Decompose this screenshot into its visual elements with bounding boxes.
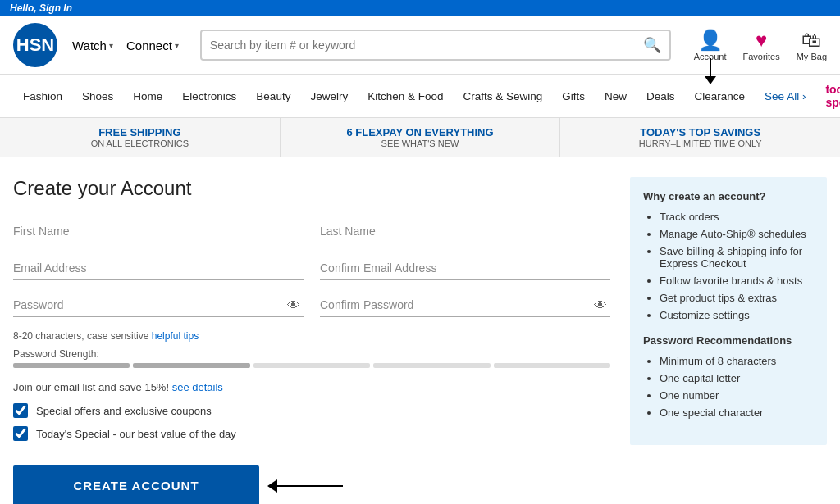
nav-deals[interactable]: Deals (637, 82, 685, 111)
sidebar-pwd-list: Minimum of 8 characters One capital lett… (643, 355, 814, 419)
sidebar: Why create an account? Track orders Mana… (630, 177, 827, 445)
search-bar: 🔍 (200, 30, 671, 61)
checkbox-row-1: Special offers and exclusive coupons (13, 403, 610, 418)
email-field (13, 257, 304, 280)
sidebar-why-item-1: Track orders (660, 211, 814, 223)
form-title: Create your Account (13, 177, 610, 200)
sidebar-pwd-item-3: One number (660, 389, 814, 402)
favorites-icon: ♥ (756, 29, 767, 52)
arrow-shaft (277, 485, 343, 487)
connect-chevron: ▾ (175, 41, 179, 50)
strength-bar-1 (13, 363, 130, 368)
connect-nav[interactable]: Connect ▾ (121, 35, 184, 56)
see-details-link[interactable]: see details (172, 381, 223, 393)
nav-jewelry[interactable]: Jewelry (300, 82, 358, 111)
promo-shipping-sub: ON ALL ELECTRONICS (8, 138, 272, 148)
last-name-input[interactable] (320, 220, 610, 243)
search-icon[interactable]: 🔍 (643, 36, 661, 54)
confirm-password-field: 👁 (320, 293, 610, 317)
search-input[interactable] (210, 39, 643, 52)
promo-savings: TODAY'S TOP SAVINGS HURRY–LIMITED TIME O… (560, 118, 840, 157)
password-row: 👁 👁 (13, 293, 610, 317)
favorites-label: Favorites (742, 52, 779, 61)
hello-signin[interactable]: Hello, Sign In (10, 2, 72, 14)
strength-bar-2 (133, 363, 249, 368)
checkbox-row-2: Today's Special - our best value of the … (13, 426, 610, 441)
promo-flexpay-title: 6 FLEXPAY ON EVERYTHING (289, 126, 552, 138)
confirm-email-field (320, 257, 610, 280)
nav-clearance[interactable]: Clearance (685, 82, 756, 111)
password-hint-text: 8-20 characters, case sensitive (13, 330, 148, 342)
strength-bar-3 (253, 363, 370, 368)
nav-new[interactable]: New (595, 82, 637, 111)
arrow-head (267, 479, 277, 493)
strength-bar-5 (494, 363, 610, 368)
arrow-right-annotation (267, 479, 343, 493)
bag-icon: 🛍 (801, 29, 821, 52)
sidebar-pwd-item-1: Minimum of 8 characters (660, 355, 814, 367)
special-offers-label: Special offers and exclusive coupons (36, 405, 212, 417)
password-strength-label: Password Strength: (13, 348, 610, 360)
create-account-button[interactable]: CREATE ACCOUNT (13, 465, 259, 504)
nav-kitchen[interactable]: Kitchen & Food (358, 82, 453, 111)
confirm-email-input[interactable] (320, 257, 610, 280)
logo[interactable]: HSN (13, 23, 57, 67)
today-special[interactable]: today's special (815, 75, 840, 117)
nav-home[interactable]: Home (123, 82, 172, 111)
sidebar-why-item-2: Manage Auto-Ship® schedules (660, 228, 814, 240)
name-row (13, 220, 610, 243)
nav-beauty[interactable]: Beauty (246, 82, 300, 111)
form-section: Create your Account 👁 (13, 177, 610, 504)
promo-shipping: FREE SHIPPING ON ALL ELECTRONICS (0, 118, 281, 157)
connect-label: Connect (126, 39, 172, 52)
header-icons: 👤 Account ♥ Favorites 🛍 My Bag (694, 29, 827, 61)
password-input[interactable] (13, 293, 304, 317)
sidebar-why-item-5: Get product tips & extras (660, 292, 814, 304)
nav-gifts[interactable]: Gifts (552, 82, 595, 111)
first-name-field (13, 220, 304, 243)
account-arrow (705, 58, 716, 84)
sidebar-why-item-6: Customize settings (660, 309, 814, 321)
confirm-password-input[interactable] (320, 293, 610, 317)
promo-savings-sub: HURRY–LIMITED TIME ONLY (568, 138, 832, 148)
email-input[interactable] (13, 257, 304, 280)
password-eye-icon[interactable]: 👁 (287, 298, 300, 313)
promo-bar: FREE SHIPPING ON ALL ELECTRONICS 6 FLEXP… (0, 118, 840, 157)
account-icon: 👤 (698, 29, 723, 52)
strength-bars (13, 363, 610, 368)
sidebar-why-title: Why create an account? (643, 190, 814, 202)
top-bar: Hello, Sign In (0, 0, 840, 16)
bag-label: My Bag (797, 52, 827, 61)
header: HSN Watch ▾ Connect ▾ 🔍 👤 Account ♥ Favo… (0, 16, 840, 75)
confirm-password-eye-icon[interactable]: 👁 (594, 298, 607, 313)
sidebar-pwd-item-2: One capital letter (660, 372, 814, 384)
watch-nav[interactable]: Watch ▾ (67, 35, 118, 56)
promo-shipping-title: FREE SHIPPING (8, 126, 272, 138)
account-icon-item[interactable]: 👤 Account (694, 29, 727, 61)
create-btn-container: CREATE ACCOUNT (13, 465, 259, 504)
header-nav: Watch ▾ Connect ▾ (67, 35, 184, 56)
sidebar-why-item-4: Follow favorite brands & hosts (660, 275, 814, 287)
sidebar-pwd-title: Password Recommendations (643, 334, 814, 347)
main-content: Create your Account 👁 (0, 157, 840, 504)
nav-see-all[interactable]: See All › (755, 82, 815, 111)
sidebar-why-item-3: Save billing & shipping info for Express… (660, 245, 814, 270)
promo-flexpay-sub: SEE WHAT'S NEW (289, 138, 552, 148)
nav-shoes[interactable]: Shoes (72, 82, 123, 111)
sidebar-why-list: Track orders Manage Auto-Ship® schedules… (643, 211, 814, 321)
strength-bar-4 (373, 363, 490, 368)
favorites-icon-item[interactable]: ♥ Favorites (742, 29, 779, 61)
first-name-input[interactable] (13, 220, 304, 243)
special-offers-checkbox[interactable] (13, 403, 28, 418)
email-offer: Join our email list and save 15%! see de… (13, 381, 610, 393)
bag-icon-item[interactable]: 🛍 My Bag (797, 29, 827, 61)
helpful-tips-link[interactable]: helpful tips (152, 330, 199, 342)
nav-fashion[interactable]: Fashion (13, 82, 72, 111)
nav-electronics[interactable]: Electronics (172, 82, 246, 111)
nav-crafts[interactable]: Crafts & Sewing (453, 82, 552, 111)
email-row (13, 257, 610, 280)
last-name-field (320, 220, 610, 243)
sidebar-pwd-item-4: One special character (660, 406, 814, 419)
todays-special-checkbox[interactable] (13, 426, 28, 441)
watch-chevron: ▾ (109, 41, 113, 50)
